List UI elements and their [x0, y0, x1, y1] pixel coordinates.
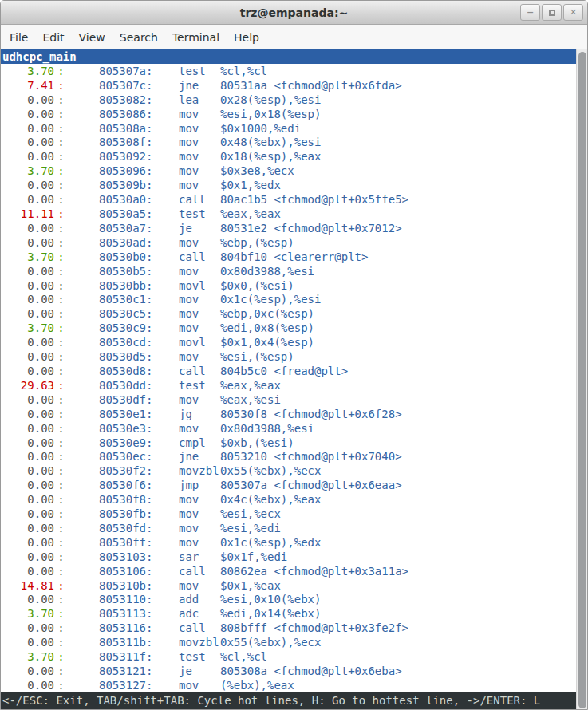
instruction-operands: $0x1000,%edi	[220, 122, 301, 135]
asm-row[interactable]: 0.00:8053082:lea0x28(%esp),%esi	[1, 93, 576, 107]
instruction-mnemonic: mov	[179, 350, 220, 363]
asm-row[interactable]: 3.70:805311f:test%cl,%cl	[1, 649, 576, 664]
percent-separator: :	[54, 307, 68, 320]
instruction-address: 80530a0:	[68, 193, 179, 206]
instruction-mnemonic: mov	[179, 293, 220, 306]
asm-row[interactable]: 0.00:805309b:mov$0x1,%edx	[1, 178, 576, 192]
asm-row[interactable]: 0.00:80530e9:cmpl$0xb,(%esi)	[1, 436, 576, 450]
perf-annotate-view[interactable]: udhcpc_main 3.70:805307a:test%cl,%cl7.41…	[1, 49, 576, 709]
instruction-mnemonic: movl	[179, 336, 220, 349]
sample-percent: 0.00	[1, 565, 54, 578]
asm-row[interactable]: 0.00:80530ad:mov%ebp,(%esp)	[1, 235, 576, 250]
asm-row[interactable]: 0.00:80530f8:mov0x4c(%ebx),%eax	[1, 492, 576, 507]
asm-row[interactable]: 14.81:805310b:mov$0x1,%eax	[1, 578, 576, 593]
status-bar: <-/ESC: Exit, TAB/shift+TAB: Cycle hot l…	[1, 692, 576, 709]
asm-row[interactable]: 0.00:8053086:mov%esi,0x18(%esp)	[1, 107, 576, 121]
instruction-operands: 0x28(%esp),%esi	[220, 93, 321, 106]
asm-row[interactable]: 11.11:80530a5:test%eax,%eax	[1, 207, 576, 221]
percent-separator: :	[54, 136, 68, 148]
percent-separator: :	[54, 79, 68, 92]
title-bar[interactable]: trz@empanada:~ − ✕	[1, 1, 587, 25]
asm-row[interactable]: 0.00:80530a0:call80ac1b5 <fchmod@plt+0x5…	[1, 192, 576, 207]
sample-percent: 0.00	[1, 522, 54, 534]
menu-edit[interactable]: Edit	[35, 26, 71, 49]
percent-separator: :	[54, 436, 68, 449]
percent-separator: :	[54, 265, 68, 278]
asm-row[interactable]: 7.41:805307c:jne80531aa <fchmod@plt+0x6f…	[1, 78, 576, 93]
percent-separator: :	[54, 650, 68, 663]
asm-row[interactable]: 0.00:80530a7:je80531e2 <fchmod@plt+0x701…	[1, 221, 576, 235]
asm-row[interactable]: 29.63:80530dd:test%eax,%eax	[1, 378, 576, 392]
instruction-mnemonic: mov	[179, 122, 220, 135]
sample-percent: 0.00	[1, 236, 54, 249]
minimize-button[interactable]: −	[520, 4, 540, 21]
instruction-operands: 0x55(%ebx),%ecx	[220, 464, 321, 477]
asm-row[interactable]: 0.00:80530fb:mov%esi,%ecx	[1, 507, 576, 521]
asm-row[interactable]: 0.00:80530ec:jne8053210 <fchmod@plt+0x70…	[1, 449, 576, 463]
instruction-operands: 0x80d3988,%esi	[220, 265, 314, 278]
instruction-mnemonic: movzbl	[179, 464, 220, 477]
asm-row[interactable]: 0.00:8053127:mov(%ebx),%eax	[1, 678, 576, 692]
asm-row[interactable]: 0.00:805311b:movzbl0x55(%ebx),%ecx	[1, 635, 576, 649]
asm-row[interactable]: 0.00:8053103:sar$0x1f,%edi	[1, 550, 576, 564]
asm-row[interactable]: 0.00:80530f6:jmp805307a <fchmod@plt+0x6e…	[1, 478, 576, 492]
instruction-operands: %eax,%eax	[220, 379, 281, 392]
asm-row[interactable]: 0.00:8053116:call808bfff <fchmod@plt+0x3…	[1, 621, 576, 635]
percent-separator: :	[54, 464, 68, 477]
scrollbar-thumb[interactable]	[578, 52, 586, 708]
sample-percent: 0.00	[1, 179, 54, 191]
instruction-address: 8053103:	[68, 550, 179, 563]
asm-row[interactable]: 0.00:80530fd:mov%esi,%edi	[1, 521, 576, 535]
sample-percent: 0.00	[1, 621, 54, 634]
menu-file[interactable]: File	[2, 26, 35, 49]
instruction-address: 805311f:	[68, 650, 179, 663]
menu-view[interactable]: View	[72, 26, 112, 49]
sample-percent: 0.00	[1, 93, 54, 106]
asm-row[interactable]: 0.00:80530e1:jg80530f8 <fchmod@plt+0x6f2…	[1, 407, 576, 421]
terminal-window: trz@empanada:~ − ✕ File Edit View Search…	[0, 0, 588, 710]
asm-row[interactable]: 0.00:805308f:mov0x48(%ebx),%esi	[1, 136, 576, 150]
menu-help[interactable]: Help	[227, 26, 266, 49]
asm-row[interactable]: 0.00:80530d8:call804b5c0 <fread@plt>	[1, 364, 576, 378]
asm-row[interactable]: 0.00:80530c5:mov%ebp,0xc(%esp)	[1, 306, 576, 321]
instruction-mnemonic: mov	[179, 536, 220, 549]
asm-row[interactable]: 3.70:805307a:test%cl,%cl	[1, 64, 576, 78]
scrollbar-track[interactable]	[576, 49, 587, 709]
instruction-operands: %esi,0x18(%esp)	[220, 108, 321, 120]
asm-row[interactable]: 0.00:8053092:mov0x18(%esp),%eax	[1, 149, 576, 164]
instruction-operands: $0xb,(%esi)	[220, 436, 294, 449]
menu-terminal[interactable]: Terminal	[165, 26, 227, 49]
asm-row[interactable]: 0.00:8053121:je805308a <fchmod@plt+0x6eb…	[1, 664, 576, 678]
close-button[interactable]: ✕	[563, 4, 583, 21]
instruction-address: 80530cd:	[68, 336, 179, 349]
asm-row[interactable]: 0.00:80530b5:mov0x80d3988,%esi	[1, 264, 576, 278]
percent-separator: :	[54, 636, 68, 649]
asm-row[interactable]: 0.00:80530e3:mov0x80d3988,%esi	[1, 421, 576, 436]
menu-search[interactable]: Search	[112, 26, 165, 49]
asm-row[interactable]: 0.00:80530bb:movl$0x0,(%esi)	[1, 278, 576, 293]
instruction-address: 8053110:	[68, 593, 179, 605]
asm-row[interactable]: 0.00:8053106:call80862ea <fchmod@plt+0x3…	[1, 564, 576, 578]
instruction-address: 8053086:	[68, 108, 179, 120]
asm-row[interactable]: 3.70:8053113:adc%edi,0x14(%ebx)	[1, 606, 576, 621]
sample-percent: 0.00	[1, 307, 54, 320]
sample-percent: 0.00	[1, 336, 54, 349]
asm-row[interactable]: 0.00:8053110:add%esi,0x10(%ebx)	[1, 593, 576, 607]
sample-percent: 0.00	[1, 350, 54, 363]
percent-separator: :	[54, 522, 68, 534]
asm-row[interactable]: 0.00:80530c1:mov0x1c(%esp),%esi	[1, 293, 576, 307]
asm-row[interactable]: 0.00:80530cd:movl$0x1,0x4(%esp)	[1, 335, 576, 349]
instruction-address: 80530df:	[68, 393, 179, 406]
asm-row[interactable]: 3.70:8053096:mov$0x3e8,%ecx	[1, 164, 576, 178]
asm-row[interactable]: 0.00:80530d5:mov%esi,(%esp)	[1, 349, 576, 364]
instruction-address: 80530d8:	[68, 365, 179, 377]
instruction-operands: 808bfff <fchmod@plt+0x3fe2f>	[220, 621, 408, 634]
maximize-button[interactable]	[542, 4, 562, 21]
asm-row[interactable]: 3.70:80530c9:mov%edi,0x8(%esp)	[1, 321, 576, 335]
asm-row[interactable]: 3.70:80530b0:call804bf10 <clearerr@plt>	[1, 250, 576, 264]
instruction-mnemonic: mov	[179, 179, 220, 191]
asm-row[interactable]: 0.00:805308a:mov$0x1000,%edi	[1, 121, 576, 136]
asm-row[interactable]: 0.00:80530ff:mov0x1c(%esp),%edx	[1, 535, 576, 550]
asm-row[interactable]: 0.00:80530f2:movzbl0x55(%ebx),%ecx	[1, 463, 576, 478]
asm-row[interactable]: 0.00:80530df:mov%eax,%esi	[1, 392, 576, 407]
